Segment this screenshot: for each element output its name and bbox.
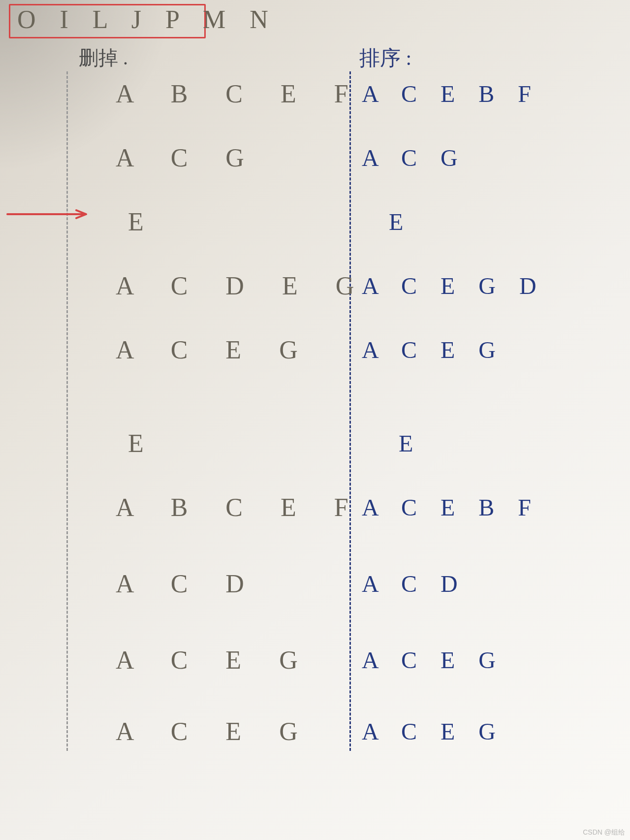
left-row: A C D E G — [116, 271, 370, 300]
right-row: A C E G — [362, 335, 504, 364]
left-row: A C E G — [116, 645, 314, 675]
right-row: A C G — [362, 143, 467, 172]
right-row: E — [399, 428, 422, 458]
arrow-icon — [5, 209, 94, 219]
left-row: E — [128, 428, 159, 458]
left-row: E — [128, 207, 159, 236]
left-row: A B C E F — [116, 79, 364, 108]
right-row: A C E G — [362, 645, 504, 675]
boxed-letters: O I L J P M N — [17, 5, 277, 34]
right-row: A C E G D — [362, 271, 545, 300]
left-dashed-divider — [66, 71, 68, 751]
right-row: E — [389, 207, 412, 236]
center-dashed-divider — [349, 71, 351, 751]
left-row: A C G — [116, 143, 260, 172]
watermark-text: CSDN @组给 — [583, 828, 625, 837]
left-row: A C D — [116, 569, 260, 598]
handwritten-note-paper: O I L J P M N 删掉 . 排序 : A B C E F A C E … — [0, 0, 630, 840]
left-row: A C E G — [116, 335, 314, 364]
right-row: A C E B F — [362, 492, 540, 522]
right-row: A C D — [362, 569, 467, 598]
right-column-header: 排序 : — [359, 44, 411, 72]
right-row: A C E G — [362, 716, 504, 746]
right-row: A C E B F — [362, 79, 540, 108]
left-column-header: 删掉 . — [79, 44, 128, 71]
left-row: A B C E F — [116, 492, 364, 522]
left-row: A C E G — [116, 716, 314, 746]
